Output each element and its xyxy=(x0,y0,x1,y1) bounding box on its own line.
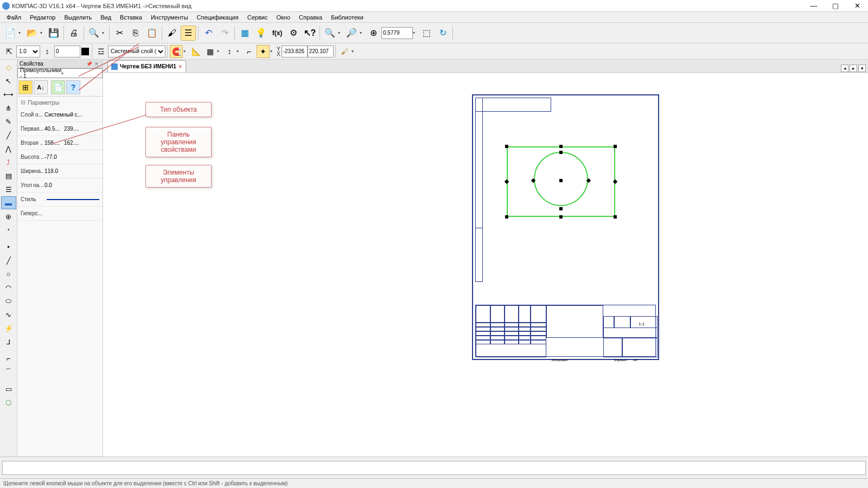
rect-tool-icon[interactable]: ▭ xyxy=(1,382,16,395)
menu-tools[interactable]: Инструменты xyxy=(146,13,193,22)
drawing-canvas[interactable]: Тип объекта Панель управления свойствами… xyxy=(103,73,868,457)
param-value[interactable]: Системный с... xyxy=(43,112,103,118)
cut-icon[interactable]: ✂ xyxy=(112,25,127,41)
param-row-height[interactable]: Высота ... -77.0 xyxy=(17,150,103,164)
layer-state-icon[interactable]: ↕ xyxy=(41,45,54,58)
param-row-angle[interactable]: Угол на... 0.0 xyxy=(17,178,103,192)
param-value-y[interactable]: 239.... xyxy=(63,126,82,132)
properties-icon[interactable]: ☰ xyxy=(181,25,196,41)
zoom-sheet-icon[interactable]: ⬚ xyxy=(419,25,434,41)
selection-handle[interactable] xyxy=(505,145,508,148)
new-document-icon[interactable]: 📄 xyxy=(3,25,18,41)
preview-dropdown[interactable]: ▾ xyxy=(102,30,107,35)
context-help-icon[interactable]: ↖? xyxy=(302,25,317,41)
zoom-fit-icon[interactable]: ⊕ xyxy=(366,25,381,41)
param-row-hyperlink[interactable]: Гиперс... xyxy=(17,207,103,221)
point-tool-icon[interactable]: • xyxy=(1,240,16,253)
menu-insert[interactable]: Вставка xyxy=(116,13,146,22)
ortho-icon[interactable]: ⌐ xyxy=(242,45,256,58)
dynamic-snap-icon[interactable]: 📐 xyxy=(189,45,202,58)
polygon-tool-icon[interactable]: ⬡ xyxy=(1,396,16,409)
param-row-first[interactable]: Первая... 40.5... 239.... xyxy=(17,122,103,136)
param-value[interactable]: 0.0 xyxy=(43,182,103,188)
grid-icon[interactable]: ▦ xyxy=(203,45,216,58)
zoom-value-input[interactable] xyxy=(381,27,413,39)
dimension-tool-icon[interactable]: ⟷ xyxy=(1,88,16,101)
edit-tool-icon[interactable]: ✎ xyxy=(1,115,16,128)
preview-icon[interactable]: 🔍 xyxy=(86,25,101,41)
minimize-button[interactable]: — xyxy=(803,0,825,12)
selection-handle[interactable] xyxy=(559,179,563,182)
selection-handle[interactable] xyxy=(559,215,563,219)
menu-spec[interactable]: Спецификация xyxy=(193,13,243,22)
designation-tool-icon[interactable]: ⋔ xyxy=(1,101,16,114)
document-tab[interactable]: Чертеж БЕЗ ИМЕНИ1 × xyxy=(107,60,186,72)
script-icon[interactable]: ⚙ xyxy=(286,25,301,41)
layers-icon[interactable]: ☲ xyxy=(94,45,107,58)
circle-tool-icon[interactable]: ○ xyxy=(1,267,16,280)
menu-file[interactable]: Файл xyxy=(2,13,25,22)
selection-handle[interactable] xyxy=(505,215,508,219)
collapse-icon[interactable]: ⊟ xyxy=(21,99,25,106)
bezier-tool-icon[interactable]: ⚡ xyxy=(1,322,16,335)
zoom-window-icon[interactable]: 🔎 xyxy=(344,25,359,41)
tab-close-icon[interactable]: × xyxy=(178,63,182,70)
params-section-header[interactable]: ⊟ Параметры xyxy=(17,97,103,108)
local-cs-dropdown[interactable]: ▾ xyxy=(237,49,242,54)
print-icon[interactable]: 🖨 xyxy=(66,25,81,41)
zoom-dropdown[interactable]: ▾ xyxy=(338,30,343,35)
layer-number-input[interactable] xyxy=(54,46,80,57)
selection-handle[interactable] xyxy=(614,145,617,148)
insert-tool-icon[interactable]: ⊕ xyxy=(1,210,16,223)
undo-icon[interactable]: ↶ xyxy=(201,25,216,41)
selection-handle[interactable] xyxy=(614,215,617,219)
param-row-width[interactable]: Ширина... 118.0 xyxy=(17,164,103,178)
polyline-tool-icon[interactable]: ⅃ xyxy=(1,335,16,348)
round-dropdown[interactable]: ▾ xyxy=(270,49,276,54)
layer-color-swatch[interactable] xyxy=(81,48,89,55)
menu-window[interactable]: Окно xyxy=(272,13,295,22)
menu-select[interactable]: Выделить xyxy=(60,13,96,22)
current-state-icon[interactable]: ⇱ xyxy=(3,45,16,58)
param-tool-icon[interactable]: ⤴ xyxy=(1,156,16,169)
arc-tool-icon[interactable]: ◠ xyxy=(1,281,16,294)
views-tool-icon[interactable]: ∘ xyxy=(1,223,16,236)
coord-x-input[interactable] xyxy=(282,46,308,57)
style-preview[interactable] xyxy=(47,199,99,200)
menu-view[interactable]: Вид xyxy=(96,13,116,22)
param-value[interactable]: -77.0 xyxy=(43,154,103,160)
spline-tool-icon[interactable]: ∿ xyxy=(1,308,16,321)
zoom-in-icon[interactable]: 🔍 xyxy=(322,25,337,41)
menu-service[interactable]: Сервис xyxy=(243,13,272,22)
select-tool-icon[interactable]: ↖ xyxy=(1,74,16,87)
redo-icon[interactable]: ↷ xyxy=(217,25,232,41)
tab-scroll-left-icon[interactable]: ◂ xyxy=(841,65,848,72)
snap-icon[interactable]: 🧲 xyxy=(170,45,183,58)
auxline-tool-icon[interactable]: ⋀ xyxy=(1,142,16,155)
zoom-window-dropdown[interactable]: ▾ xyxy=(360,30,365,35)
fillet-tool-icon[interactable]: ⌒ xyxy=(1,365,16,378)
menu-editor[interactable]: Редактор xyxy=(25,13,60,22)
apply-icon[interactable]: 📄 xyxy=(51,80,65,94)
copy-icon[interactable]: ⎘ xyxy=(128,25,143,41)
local-cs-icon[interactable]: ↕ xyxy=(223,45,236,58)
variables-icon[interactable]: 💡 xyxy=(253,25,269,41)
open-dropdown[interactable]: ▾ xyxy=(40,30,46,35)
menu-help[interactable]: Справка xyxy=(295,13,327,22)
text-filter-icon[interactable]: A↓ xyxy=(34,80,48,94)
tab-scroll-right-icon[interactable]: ▸ xyxy=(850,65,857,72)
spec-tool-icon[interactable]: ☰ xyxy=(1,183,16,196)
selection-handle[interactable] xyxy=(559,207,563,210)
help-icon[interactable]: ? xyxy=(66,80,80,94)
param-row-second[interactable]: Вторая ... 158.... 162.... xyxy=(17,136,103,150)
reports-tool-icon[interactable]: ▬ xyxy=(1,196,16,209)
select-all-icon[interactable]: ⊞ xyxy=(18,80,33,94)
open-icon[interactable]: 📂 xyxy=(24,25,40,41)
brush-dropdown[interactable]: ▾ xyxy=(352,49,357,54)
command-input[interactable] xyxy=(2,461,866,475)
param-row-style[interactable]: Стиль xyxy=(17,192,103,207)
zoom-value-dropdown[interactable]: ▾ xyxy=(413,30,418,35)
round-icon[interactable]: ✦ xyxy=(257,45,270,58)
param-value-x[interactable]: 40.5... xyxy=(43,126,63,132)
line-tool-icon[interactable]: ╱ xyxy=(1,129,16,142)
